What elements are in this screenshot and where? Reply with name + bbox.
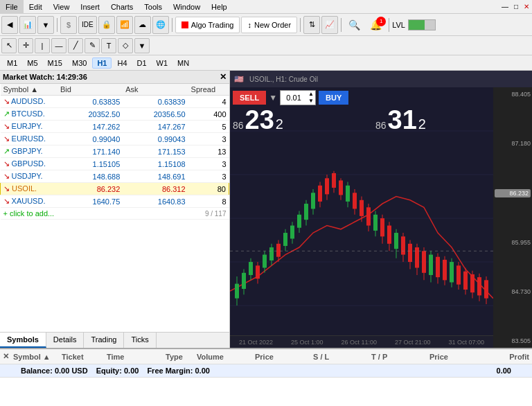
menu-charts[interactable]: Charts <box>105 0 139 14</box>
pen-btn[interactable]: ✎ <box>85 38 100 53</box>
filter-btn[interactable]: ⇅ <box>303 16 320 34</box>
date-label-5: 31 Oct 07:00 <box>448 339 484 346</box>
new-order-icon: ↕ <box>247 21 251 29</box>
date-label-2: 25 Oct 1:00 <box>291 339 323 346</box>
col-price-header: Price <box>255 353 313 361</box>
col-header-bid: Bid <box>57 84 123 96</box>
back-btn[interactable]: ◀ <box>1 16 18 34</box>
trade-controls: SELL ▼ 0.01 ▲ ▼ BUY <box>233 90 348 105</box>
table-row[interactable]: ↗ BTCUSD. 20352.50 20356.50 400 <box>1 108 229 121</box>
add-row[interactable]: + click to add... 9 / 117 <box>1 208 229 220</box>
market-watch-tabs: Symbols Details Trading Ticks <box>0 332 229 348</box>
table-row[interactable]: ↘ USDJPY. 148.688 148.691 3 <box>1 170 229 183</box>
tf-d1[interactable]: D1 <box>133 58 151 68</box>
col-sl-header: S / L <box>313 353 371 361</box>
mw-tab-symbols[interactable]: Symbols <box>0 333 46 348</box>
more-btn[interactable]: ▼ <box>134 38 150 53</box>
spread-down-arrow[interactable]: ▼ <box>307 98 315 105</box>
table-row[interactable]: ↘ XAUUSD. 1640.75 1640.83 8 <box>1 195 229 208</box>
tf-h1[interactable]: H1 <box>92 58 112 69</box>
tf-mn[interactable]: MN <box>173 58 193 68</box>
cloud-btn[interactable]: ☁ <box>134 16 151 34</box>
price-scale: 88.405 87.180 86.232 85.955 84.730 83.50… <box>493 87 532 348</box>
svg-rect-21 <box>283 233 287 246</box>
h-line-btn[interactable]: — <box>51 38 66 53</box>
signal-btn[interactable]: 📶 <box>116 16 133 34</box>
menu-tools[interactable]: Tools <box>139 0 168 14</box>
dropdown-btn[interactable]: ▼ <box>37 16 54 34</box>
algo-trading-btn[interactable]: Algo Trading <box>175 17 240 33</box>
text-btn[interactable]: T <box>101 38 116 53</box>
buy-price-main: 31 <box>388 107 417 133</box>
cursor-btn[interactable]: ↖ <box>1 38 17 53</box>
menu-edit[interactable]: Edit <box>24 0 48 14</box>
date-labels: 21 Oct 2022 25 Oct 1:00 26 Oct 11:00 27 … <box>230 335 493 348</box>
red-square-icon <box>181 21 188 28</box>
profit-value: 0.00 <box>497 367 511 375</box>
tf-h4[interactable]: H4 <box>113 58 131 68</box>
algo-indicator[interactable]: 🌐 <box>152 16 169 34</box>
price-level-3: 85.955 <box>495 239 531 246</box>
menu-file[interactable]: File <box>0 0 24 14</box>
menu-view[interactable]: View <box>48 0 76 14</box>
table-row[interactable]: ↘ EURJPY. 147.262 147.267 5 <box>1 121 229 133</box>
sell-dropdown[interactable]: ▼ <box>269 93 277 103</box>
equity-label: Equity: 0.00 <box>96 367 139 375</box>
maximize-btn[interactable]: □ <box>511 0 521 14</box>
menu-help[interactable]: Help <box>206 0 233 14</box>
table-row[interactable]: ↘ AUDUSD. 0.63835 0.63839 4 <box>1 96 229 108</box>
table-row[interactable]: ↘ EURUSD. 0.99040 0.99043 3 <box>1 133 229 145</box>
ide-btn[interactable]: IDE <box>78 16 97 34</box>
spread-up-arrow[interactable]: ▲ <box>307 91 315 98</box>
tf-m30[interactable]: M30 <box>68 58 91 68</box>
table-row[interactable]: ↘ GBPUSD. 1.15105 1.15108 3 <box>1 158 229 170</box>
svg-rect-7 <box>235 284 239 299</box>
date-label-1: 21 Oct 2022 <box>239 339 273 346</box>
market-watch-close[interactable]: ✕ <box>220 72 227 82</box>
spread-value: 0.01 <box>281 94 307 102</box>
svg-rect-51 <box>387 226 391 244</box>
chart-inner[interactable]: SELL ▼ 0.01 ▲ ▼ BUY 86 23 2 86 <box>230 87 532 348</box>
trade-content <box>0 378 532 406</box>
chart-btn[interactable]: 📈 <box>321 16 338 34</box>
svg-rect-61 <box>422 251 426 273</box>
direction-icon: ↘ <box>3 97 10 105</box>
close-panel-btn[interactable]: ✕ <box>3 352 9 361</box>
line-btn[interactable]: ╱ <box>68 38 83 53</box>
tf-w1[interactable]: W1 <box>152 58 172 68</box>
dollar-btn[interactable]: $ <box>60 16 77 34</box>
spread-control: 0.01 ▲ ▼ <box>280 90 316 105</box>
mw-tab-ticks[interactable]: Ticks <box>124 333 156 348</box>
tf-m15[interactable]: M15 <box>44 58 66 68</box>
table-row[interactable]: ↗ GBPJPY. 171.140 171.153 13 <box>1 145 229 158</box>
vert-line-btn[interactable]: | <box>35 38 50 53</box>
tf-m5[interactable]: M5 <box>23 58 42 68</box>
col-volume-header: Volume <box>197 353 255 361</box>
close-btn[interactable]: ✕ <box>521 0 532 14</box>
notification-btn[interactable]: 🔔 1 <box>366 19 386 30</box>
main-content: Market Watch: 14:29:36 ✕ Symbol ▲ Bid As… <box>0 71 532 348</box>
menu-window[interactable]: Window <box>168 0 206 14</box>
sell-price-sup: 2 <box>276 116 283 132</box>
sep1 <box>57 18 57 32</box>
svg-rect-55 <box>401 236 405 254</box>
mw-tab-details[interactable]: Details <box>46 333 85 348</box>
direction-icon: ↘ <box>3 134 10 143</box>
minimize-btn[interactable]: — <box>499 0 511 14</box>
tf-m1[interactable]: M1 <box>3 58 21 68</box>
new-order-btn[interactable]: ↕ New Order <box>241 17 297 33</box>
crosshair-btn[interactable]: ✛ <box>18 38 33 53</box>
table-row[interactable]: ↘ USOIL. 86.232 86.312 80 <box>1 183 229 195</box>
sell-button[interactable]: SELL <box>233 91 266 105</box>
menu-insert[interactable]: Insert <box>75 0 105 14</box>
sep4 <box>341 18 342 32</box>
chart-type-btn[interactable]: 📊 <box>19 16 36 34</box>
svg-rect-57 <box>408 244 412 262</box>
shape-btn[interactable]: ◇ <box>118 38 133 53</box>
lock-btn[interactable]: 🔒 <box>98 16 115 34</box>
mw-tab-trading[interactable]: Trading <box>84 333 124 348</box>
market-watch-header: Market Watch: 14:29:36 ✕ <box>0 71 229 84</box>
svg-rect-25 <box>297 215 301 228</box>
buy-button[interactable]: BUY <box>319 91 348 105</box>
search-btn[interactable]: 🔍 <box>344 19 364 30</box>
